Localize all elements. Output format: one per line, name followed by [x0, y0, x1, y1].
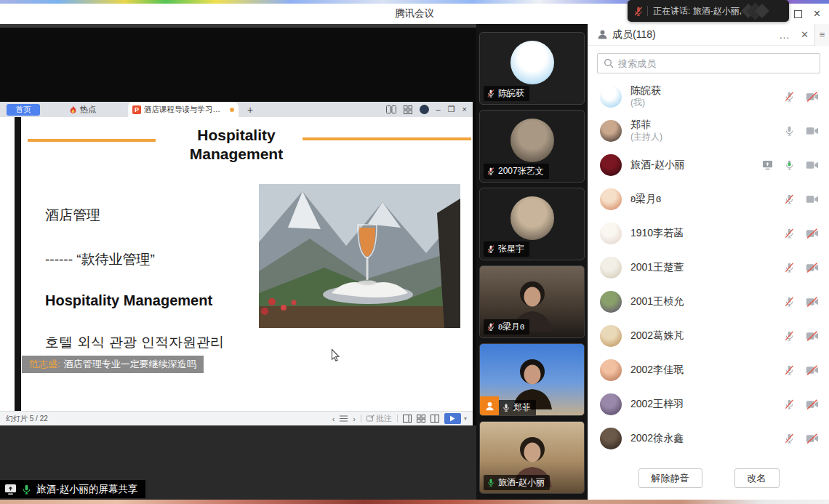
avatar — [600, 188, 622, 210]
camera-muted-icon — [806, 399, 819, 409]
split-view-icon[interactable] — [430, 415, 439, 423]
participant-name: 2007张艺文 — [498, 165, 544, 177]
screen-share-label: 旅酒-赵小丽的屏幕共享 — [0, 480, 145, 498]
browser-close-button[interactable]: × — [462, 105, 467, 113]
mic-muted-icon — [784, 433, 795, 444]
member-name: 2001王楚萱 — [630, 261, 684, 274]
normal-view-icon[interactable] — [403, 415, 412, 423]
member-row[interactable]: 陈皖获(我) — [588, 79, 829, 113]
member-row[interactable]: 2001王桢允 — [588, 284, 829, 319]
member-row[interactable]: 1910李若菡 — [588, 216, 829, 250]
chat-sender: 范志盛: — [29, 358, 60, 371]
mic-muted-icon — [784, 91, 795, 103]
browser-minimize-button[interactable]: – — [436, 105, 441, 113]
slideshow-play-button[interactable] — [444, 413, 461, 424]
member-role: (我) — [630, 97, 661, 108]
screen-share-icon — [4, 484, 17, 495]
mic-muted-icon — [486, 167, 495, 176]
next-slide-button[interactable]: › — [353, 415, 356, 423]
presentation-slide: HospitalityManagement 酒店管理 ------ “款待业管理… — [0, 117, 473, 411]
member-row[interactable]: 2001王楚萱 — [588, 250, 829, 284]
avatar — [600, 154, 622, 176]
close-button[interactable]: × — [814, 8, 820, 20]
search-input[interactable] — [618, 58, 814, 69]
browser-tab-bar: 首页 热点 P 酒店课程导读与学习经验分享(1) + — [0, 102, 473, 117]
avatar — [600, 120, 622, 142]
members-panel-title: 成员(118) — [612, 28, 656, 41]
prev-slide-button[interactable]: ‹ — [332, 415, 335, 423]
members-panel: 成员(118) … ✕ ≡ 陈皖获(我)郑菲(主持人)旅酒-赵小丽ʚ梁月ɞ191… — [588, 24, 829, 500]
tencent-meeting-window: 腾讯会议 × 正在讲话: 旅酒-赵小丽, 首页 热点 — [0, 0, 829, 504]
slide-counter: 幻灯片 5 / 22 — [6, 414, 48, 424]
mic-green-icon — [486, 478, 495, 487]
slide-list-button[interactable] — [340, 415, 348, 422]
split-screen-icon[interactable] — [386, 105, 396, 113]
member-row[interactable]: ʚ梁月ɞ — [588, 182, 829, 216]
mouse-cursor — [331, 348, 340, 365]
avatar — [600, 257, 622, 279]
panel-menu-handle[interactable]: ≡ — [814, 24, 829, 46]
thumbnail-name-chip: 郑菲 — [499, 400, 536, 415]
video-thumbnail[interactable]: 张星宇 — [479, 188, 585, 260]
camera-on-icon — [806, 126, 819, 136]
browser-profile-avatar[interactable] — [420, 105, 429, 114]
mic-muted-icon — [784, 364, 795, 376]
presentation-status-bar: 幻灯片 5 / 22 ‹ › 批注 — [0, 411, 473, 425]
slide-text-line: Hospitality Management — [45, 292, 212, 309]
mic-muted-icon — [784, 399, 795, 410]
slide-edge-bar — [15, 117, 21, 411]
thumbnail-name-chip: 张星宇 — [484, 241, 529, 257]
flame-icon — [69, 105, 77, 114]
maximize-button[interactable] — [794, 10, 802, 18]
mic-on-icon — [502, 403, 510, 412]
share-label-text: 旅酒-赵小丽的屏幕共享 — [36, 483, 138, 496]
mic-muted-icon — [486, 322, 495, 332]
member-search-box[interactable] — [597, 53, 820, 73]
video-thumbnail[interactable]: 旅酒-赵小丽 — [479, 421, 585, 494]
tab-grid-icon[interactable] — [404, 105, 412, 114]
mic-muted-icon — [784, 330, 795, 342]
tab-label: 酒店课程导读与学习经验分享(1) — [144, 105, 227, 115]
avatar — [510, 41, 554, 84]
member-row[interactable]: 郑菲(主持人) — [588, 113, 829, 148]
mic-active-icon — [21, 484, 32, 495]
search-icon — [604, 58, 614, 68]
browser-maximize-button[interactable]: ❐ — [448, 105, 455, 113]
slide-photo-wine-glass — [259, 184, 460, 328]
annotate-button[interactable]: 批注 — [367, 413, 392, 424]
play-dropdown-caret[interactable]: ▾ — [464, 415, 467, 422]
browser-tab-hot[interactable]: 热点 — [69, 104, 96, 115]
camera-muted-icon — [806, 228, 819, 239]
mic-muted-icon — [784, 228, 795, 239]
decorative-diamonds-icon — [748, 5, 767, 17]
more-options-button[interactable]: … — [774, 28, 795, 41]
browser-tab-active[interactable]: P 酒店课程导读与学习经验分享(1) — [128, 102, 239, 117]
camera-on-icon — [806, 160, 819, 170]
new-tab-button[interactable]: + — [247, 104, 253, 116]
video-thumbnail[interactable]: 2007张艺文 — [479, 110, 585, 183]
thumbnail-name-chip: 陈皖获 — [484, 86, 529, 101]
video-thumbnail[interactable]: ʚ梁月ɞ — [479, 265, 585, 338]
screen-share-area: 首页 热点 P 酒店课程导读与学习经验分享(1) + — [0, 24, 476, 500]
mic-muted-icon — [486, 89, 495, 98]
member-row[interactable]: 2002葛姝芃 — [588, 319, 829, 353]
annotate-icon — [367, 415, 375, 423]
member-name: 2002李佳珉 — [630, 364, 684, 377]
video-thumbnail[interactable]: 郑菲 — [479, 343, 585, 416]
grid-view-icon[interactable] — [417, 415, 425, 423]
member-row[interactable]: 2002李佳珉 — [588, 353, 829, 387]
slide-accent-line — [28, 139, 156, 142]
unmute-button[interactable]: 解除静音 — [638, 468, 702, 488]
rename-button[interactable]: 改名 — [734, 468, 780, 488]
member-row[interactable]: 旅酒-赵小丽 — [588, 148, 829, 182]
camera-muted-icon — [806, 331, 819, 341]
slide-title: HospitalityManagement — [164, 126, 309, 164]
browser-tab-home[interactable]: 首页 — [7, 104, 40, 116]
close-panel-button[interactable]: ✕ — [795, 29, 814, 40]
member-row[interactable]: 2002徐永鑫 — [588, 421, 829, 455]
participant-name: 陈皖获 — [498, 87, 524, 100]
avatar — [600, 325, 622, 347]
member-row[interactable]: 2002王梓羽 — [588, 387, 829, 421]
video-thumbnail[interactable]: 陈皖获 — [479, 32, 585, 105]
mic-on-icon — [784, 125, 795, 137]
